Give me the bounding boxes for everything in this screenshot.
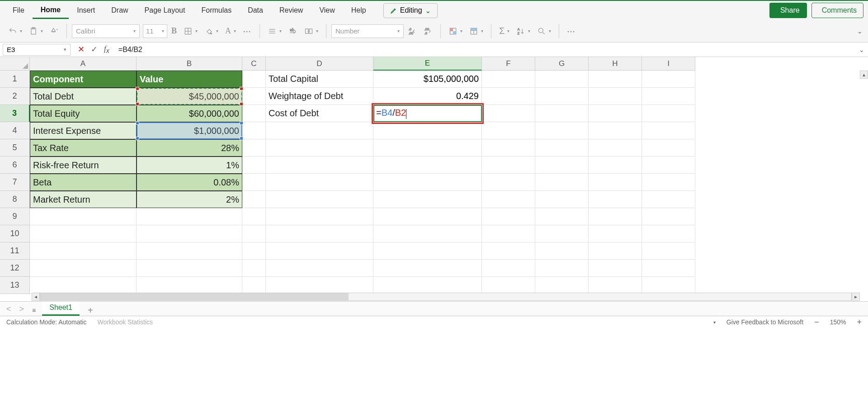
cell-E8[interactable] (373, 191, 482, 208)
ribbon-collapse-icon[interactable]: ⌄ (857, 28, 863, 35)
row-header-4[interactable]: 4 (0, 122, 30, 139)
cell-C3[interactable] (242, 105, 266, 122)
cell-G7[interactable] (535, 174, 589, 191)
cell-D4[interactable] (266, 122, 373, 139)
cell-F11[interactable] (482, 242, 535, 260)
cell-H11[interactable] (589, 242, 642, 260)
cell-I4[interactable] (642, 122, 695, 139)
menu-help[interactable]: Help (343, 3, 374, 18)
cell-I3[interactable] (642, 105, 695, 122)
decrease-decimal-button[interactable]: .00.0 (421, 25, 435, 38)
row-header-13[interactable]: 13 (0, 277, 30, 294)
cell-C6[interactable] (242, 157, 266, 174)
menu-data[interactable]: Data (240, 3, 271, 18)
cell-G13[interactable] (535, 277, 589, 294)
cell-B3[interactable]: $60,000,000 (137, 105, 242, 122)
cell-E10[interactable] (373, 225, 482, 242)
cell-D13[interactable] (266, 277, 373, 294)
cell-E9[interactable] (373, 208, 482, 225)
cell-E4[interactable] (373, 122, 482, 139)
cell-I9[interactable] (642, 208, 695, 225)
format-table-button[interactable]: ▾ (467, 25, 486, 38)
hscroll-left-button[interactable]: ◂ (32, 293, 40, 301)
cell-I11[interactable] (642, 242, 695, 260)
cell-I10[interactable] (642, 225, 695, 242)
cell-G6[interactable] (535, 157, 589, 174)
all-sheets-button[interactable]: ≡ (30, 305, 38, 316)
cell-A11[interactable] (30, 242, 137, 260)
fill-color-button[interactable]: ▾ (202, 25, 221, 38)
hscroll-thumb[interactable] (40, 293, 349, 300)
cell-C12[interactable] (242, 260, 266, 277)
row-header-1[interactable]: 1 (0, 71, 30, 88)
cell-F3[interactable] (482, 105, 535, 122)
undo-button[interactable]: ▾ (5, 25, 25, 38)
cell-F13[interactable] (482, 277, 535, 294)
cell-H13[interactable] (589, 277, 642, 294)
cell-I12[interactable] (642, 260, 695, 277)
menu-view[interactable]: View (311, 3, 343, 18)
cell-B9[interactable] (137, 208, 242, 225)
font-color-button[interactable]: A▾ (222, 24, 239, 38)
cell-F1[interactable] (482, 71, 535, 88)
cell-F7[interactable] (482, 174, 535, 191)
row-header-11[interactable]: 11 (0, 242, 30, 260)
workbook-stats-label[interactable]: Workbook Statistics (97, 318, 153, 326)
sheet-nav-prev[interactable]: < (5, 303, 13, 316)
paste-button[interactable]: ▾ (26, 25, 46, 38)
vscroll-up-button[interactable]: ▴ (860, 71, 868, 79)
hscroll-right-button[interactable]: ▸ (852, 293, 860, 301)
share-button[interactable]: Share (769, 3, 807, 18)
col-header-A[interactable]: A (30, 57, 137, 71)
accept-formula-button[interactable]: ✓ (91, 44, 98, 54)
cell-B7[interactable]: 0.08% (137, 174, 242, 191)
row-header-9[interactable]: 9 (0, 208, 30, 225)
cell-C10[interactable] (242, 225, 266, 242)
menu-draw[interactable]: Draw (103, 3, 136, 18)
col-header-I[interactable]: I (642, 57, 695, 71)
fx-icon[interactable]: fx (104, 44, 109, 54)
cell-H2[interactable] (589, 88, 642, 105)
cell-G11[interactable] (535, 242, 589, 260)
conditional-format-button[interactable]: ▾ (446, 25, 465, 38)
cell-A4[interactable]: Interest Expense (30, 122, 137, 139)
cell-B6[interactable]: 1% (137, 157, 242, 174)
cell-B10[interactable] (137, 225, 242, 242)
add-sheet-button[interactable]: + (84, 305, 97, 316)
find-button[interactable]: ▾ (534, 25, 554, 38)
hscroll-track[interactable] (40, 293, 852, 301)
select-all-corner[interactable] (0, 57, 30, 71)
cell-E7[interactable] (373, 174, 482, 191)
cell-E1[interactable]: $105,000,000 (373, 71, 482, 88)
bold-button[interactable]: B (169, 26, 179, 36)
row-header-8[interactable]: 8 (0, 191, 30, 208)
menu-review[interactable]: Review (271, 3, 311, 18)
col-header-F[interactable]: F (482, 57, 535, 71)
cell-G8[interactable] (535, 191, 589, 208)
name-box[interactable]: E3 ▾ (3, 44, 71, 56)
cell-A6[interactable]: Risk-free Return (30, 157, 137, 174)
formula-input[interactable]: =B4/B2 (117, 46, 865, 54)
cell-G10[interactable] (535, 225, 589, 242)
cell-F8[interactable] (482, 191, 535, 208)
cell-A3[interactable]: Total Equity (30, 105, 137, 122)
number-format-select[interactable]: Number▾ (331, 24, 404, 38)
cancel-formula-button[interactable]: ✕ (78, 44, 85, 54)
cell-D3[interactable]: Cost of Debt (266, 105, 373, 122)
cell-F9[interactable] (482, 208, 535, 225)
feedback-link[interactable]: Give Feedback to Microsoft (726, 318, 803, 326)
cell-A9[interactable] (30, 208, 137, 225)
cell-H8[interactable] (589, 191, 642, 208)
cell-D10[interactable] (266, 225, 373, 242)
cell-E13[interactable] (373, 277, 482, 294)
menu-page-layout[interactable]: Page Layout (137, 3, 193, 18)
cell-D8[interactable] (266, 191, 373, 208)
cell-E5[interactable] (373, 139, 482, 157)
sheet-tab-1[interactable]: Sheet1 (42, 301, 80, 316)
cell-H5[interactable] (589, 139, 642, 157)
col-header-D[interactable]: D (266, 57, 373, 71)
row-header-12[interactable]: 12 (0, 260, 30, 277)
borders-button[interactable]: ▾ (181, 25, 200, 38)
cell-D5[interactable] (266, 139, 373, 157)
cell-G12[interactable] (535, 260, 589, 277)
